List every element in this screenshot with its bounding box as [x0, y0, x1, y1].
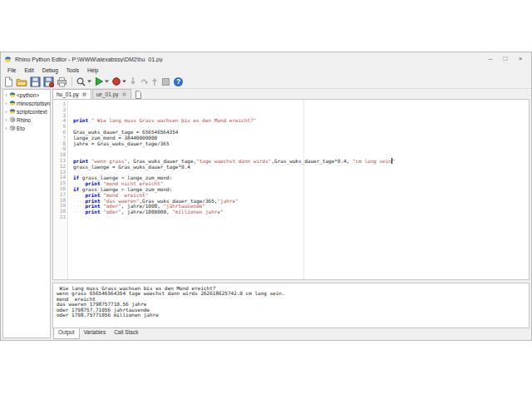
file-tab-strip: hu_01.pyue_01.py — [52, 89, 530, 99]
expand-arrow-icon[interactable]: › — [3, 109, 9, 115]
save-button[interactable] — [29, 76, 42, 87]
toolbar-separator — [71, 76, 72, 86]
minimize-button[interactable]: – — [483, 52, 498, 66]
search-icon — [76, 76, 86, 87]
expand-arrow-icon[interactable]: › — [3, 117, 9, 123]
code-text[interactable]: print " Wie lang muss Grass wachsen bis … — [68, 100, 529, 279]
code-line: print " Wie lang muss Grass wachsen bis … — [73, 118, 529, 124]
file-tab-ue-01-py[interactable]: ue_01.py — [92, 89, 131, 99]
menu-item-help[interactable]: Help — [83, 67, 102, 73]
expand-arrow-icon[interactable]: › — [3, 126, 9, 131]
save-all-button[interactable] — [42, 76, 55, 87]
tab-output[interactable]: Output — [53, 328, 80, 339]
search-button[interactable] — [75, 76, 92, 87]
stop-button[interactable] — [160, 76, 171, 87]
new-file-button[interactable] — [2, 76, 14, 87]
menu-bar: FileEditDebugToolsHelp — [1, 66, 531, 75]
breakpoint-button[interactable] — [111, 76, 127, 87]
code-token: "jahre" — [217, 198, 238, 204]
python-icon — [9, 100, 17, 106]
code-editor[interactable]: 123456789101112131415161718192021 print … — [52, 99, 530, 280]
expand-arrow-icon[interactable]: › — [3, 101, 9, 106]
code-line: grass_laenge = Gras_wuks_dauer_tage*0.4 — [73, 165, 529, 170]
editor-column: hu_01.pyue_01.py 12345678910111213141516… — [52, 89, 530, 338]
code-token: " — [392, 158, 396, 164]
menu-item-edit[interactable]: Edit — [20, 67, 37, 73]
step-over-icon — [140, 76, 148, 86]
step-over-button[interactable] — [139, 76, 149, 87]
code-token: " Wie lang muss Grass wachsen bis es den… — [91, 117, 257, 123]
module-icon — [9, 125, 17, 131]
expand-arrow-icon[interactable]: › — [3, 92, 9, 98]
main-area: ›<python>›rhinoscriptsyntax›scriptcontex… — [1, 89, 531, 340]
code-token: print — [85, 209, 100, 214]
close-button[interactable]: × — [513, 52, 528, 66]
file-tab-label: ue_01.py — [96, 91, 119, 97]
sidebar-item-label: Rhino — [17, 117, 31, 123]
tab-close-icon[interactable] — [81, 91, 87, 97]
code-token: , jahre/1000000, — [121, 209, 172, 214]
code-token: "millionen jahre" — [172, 209, 223, 214]
print-button[interactable] — [56, 76, 68, 87]
open-folder-icon — [16, 76, 27, 87]
new-tab-button[interactable] — [132, 90, 144, 99]
menu-item-file[interactable]: File — [3, 67, 20, 73]
menu-item-tools[interactable]: Tools — [62, 67, 83, 73]
tab-call-stack[interactable]: Call Stack — [110, 328, 142, 338]
maximize-button[interactable]: □ — [498, 52, 513, 66]
python-icon — [9, 108, 17, 115]
sidebar-item-eto[interactable]: ›Eto — [3, 124, 50, 132]
output-line: oder 1798.75771056 millionen jahre — [57, 313, 529, 318]
sidebar-item-label: rhinoscriptsyntax — [17, 101, 50, 106]
code-token: "cm lang sein — [352, 158, 392, 164]
code-token: "tage waechst dann wirds" — [196, 158, 271, 164]
file-tab-label: hu_01.py — [57, 91, 79, 97]
save-all-icon — [43, 76, 54, 87]
menu-item-debug[interactable]: Debug — [38, 67, 62, 73]
module-tree-sidebar: ›<python>›rhinoscriptsyntax›scriptcontex… — [2, 89, 51, 338]
sidebar-item-label: <python> — [17, 92, 39, 98]
run-icon — [94, 76, 104, 86]
code-token: ,Gras_wuks_dauer_tage*0.4, — [271, 158, 352, 164]
svg-text:?: ? — [176, 77, 180, 86]
sidebar-item-label: Eto — [17, 126, 25, 131]
code-line — [73, 146, 529, 152]
sidebar-item-rhinoscriptsyntax[interactable]: ›rhinoscriptsyntax — [3, 99, 50, 107]
new-file-icon — [3, 76, 13, 87]
sidebar-item-rhino[interactable]: ›Rhino — [3, 116, 50, 124]
run-button[interactable] — [93, 76, 110, 87]
save-icon — [30, 76, 41, 87]
line-number: 21 — [53, 214, 66, 220]
dropdown-arrow-icon[interactable] — [87, 80, 91, 83]
tab-close-icon[interactable] — [121, 91, 127, 97]
sidebar-item-scriptcontext[interactable]: ›scriptcontext — [3, 107, 50, 116]
step-into-button[interactable] — [128, 76, 138, 87]
code-line — [73, 221, 529, 227]
sidebar-item-python[interactable]: ›<python> — [3, 91, 50, 99]
code-line — [73, 232, 529, 238]
step-into-icon — [129, 76, 137, 86]
stop-icon — [161, 77, 170, 86]
open-folder-button[interactable] — [15, 76, 28, 87]
column-guide — [303, 100, 304, 279]
print-icon — [57, 76, 67, 87]
code-line: jahre = Gras_wuks_dauer_tage/365 — [73, 141, 529, 147]
line-number-gutter: 123456789101112131415161718192021 — [53, 100, 68, 279]
dropdown-arrow-icon[interactable] — [122, 80, 126, 83]
window-title: Rhino Python Editor - P:\WWW\alexabssy\D… — [15, 57, 483, 62]
step-out-icon — [150, 76, 159, 86]
file-tab-hu-01-py[interactable]: hu_01.py — [52, 89, 91, 99]
code-token: grass_laenge = Gras_wuks_dauer_tage*0.4 — [73, 164, 190, 170]
python-icon — [9, 91, 17, 98]
code-token: jahre = Gras_wuks_dauer_tage/365 — [73, 140, 170, 146]
help-icon: ? — [173, 76, 184, 87]
breakpoint-icon — [111, 76, 121, 86]
python-icon — [4, 56, 12, 63]
tab-variables[interactable]: Variables — [80, 328, 111, 338]
step-out-button[interactable] — [150, 76, 160, 87]
dropdown-arrow-icon[interactable] — [105, 80, 109, 83]
code-token: "oder" — [103, 209, 121, 214]
help-button[interactable]: ? — [172, 76, 185, 87]
app-window: Rhino Python Editor - P:\WWW\alexabssy\D… — [0, 52, 532, 341]
output-panel[interactable]: Wie lang muss Grass wachsen bis es den M… — [52, 283, 530, 328]
